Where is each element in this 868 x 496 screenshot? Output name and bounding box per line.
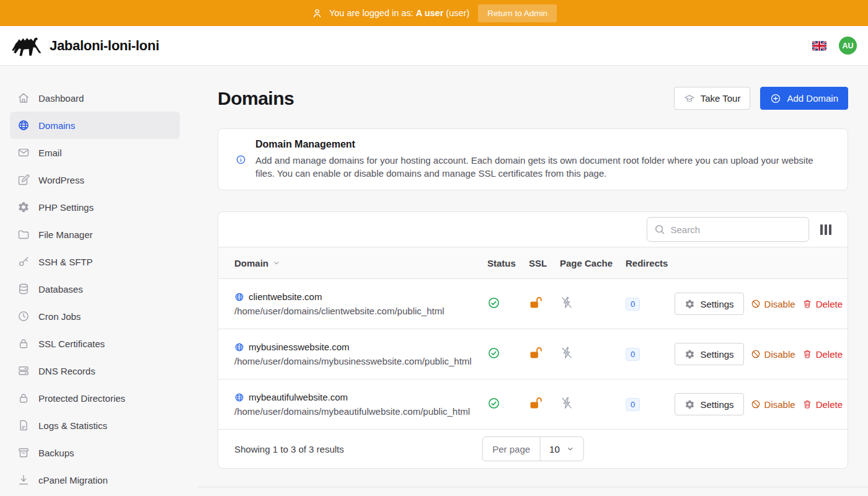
table-row: mybeautifulwebsite.com /home/user/domain… bbox=[218, 379, 848, 430]
sidebar-item-wordpress[interactable]: WordPress bbox=[10, 166, 180, 193]
plus-circle-icon bbox=[770, 93, 781, 104]
globe-icon bbox=[234, 292, 244, 302]
archive-icon bbox=[17, 446, 30, 459]
page-cache-off-icon[interactable] bbox=[560, 346, 574, 360]
sidebar-item-protected-directories[interactable]: Protected Directories bbox=[10, 384, 180, 412]
sidebar-item-cpanel-migration[interactable]: cPanel Migration bbox=[10, 466, 180, 494]
sidebar-item-dashboard[interactable]: Dashboard bbox=[10, 84, 180, 112]
ssl-unlocked-icon[interactable] bbox=[529, 396, 542, 410]
settings-button[interactable]: Settings bbox=[675, 393, 743, 415]
return-to-admin-button[interactable]: Return to Admin bbox=[478, 4, 557, 22]
add-domain-button[interactable]: Add Domain bbox=[760, 87, 848, 110]
delete-button[interactable]: Delete bbox=[802, 399, 843, 410]
table-footer: Showing 1 to 3 of 3 results Per page 10 bbox=[218, 430, 848, 468]
language-flag-icon[interactable] bbox=[812, 41, 826, 51]
column-header-redirects: Redirects bbox=[626, 258, 680, 268]
domain-path: /home/user/domains/mybeautifulwebsite.co… bbox=[234, 406, 487, 417]
app-header: Jabaloni-loni-loni AU bbox=[0, 26, 868, 66]
person-icon bbox=[311, 7, 323, 19]
lock-icon bbox=[17, 392, 30, 404]
clock-icon bbox=[17, 310, 30, 322]
globe-icon bbox=[234, 392, 244, 402]
sort-chevron-icon bbox=[272, 259, 281, 267]
disable-button[interactable]: Disable bbox=[751, 299, 795, 309]
page-title: Domains bbox=[218, 88, 294, 109]
table-header: Domain Status SSL Page Cache Redirects bbox=[218, 247, 848, 279]
domain-cell: mybeautifulwebsite.com /home/user/domain… bbox=[234, 392, 487, 417]
sidebar-item-logs-statistics[interactable]: Logs & Statistics bbox=[10, 412, 180, 439]
pencil-icon bbox=[17, 174, 30, 186]
download-icon bbox=[17, 474, 30, 486]
sidebar-item-dns-records[interactable]: DNS Records bbox=[10, 357, 180, 384]
per-page-value: 10 bbox=[549, 444, 560, 454]
ssl-unlocked-icon[interactable] bbox=[529, 296, 542, 309]
sidebar-item-php-settings[interactable]: PHP Settings bbox=[10, 193, 180, 221]
domain-name[interactable]: mybeautifulwebsite.com bbox=[249, 392, 348, 402]
page-cache-off-icon[interactable] bbox=[560, 396, 574, 410]
trash-icon bbox=[802, 299, 812, 309]
per-page-label: Per page bbox=[482, 437, 541, 461]
avatar[interactable]: AU bbox=[839, 37, 857, 55]
gear-icon bbox=[17, 201, 30, 213]
delete-button[interactable]: Delete bbox=[802, 349, 843, 360]
database-icon bbox=[17, 283, 30, 295]
status-active-icon bbox=[487, 397, 500, 410]
boar-logo-icon bbox=[11, 35, 42, 57]
gear-icon bbox=[684, 299, 695, 309]
sidebar-item-databases[interactable]: Databases bbox=[10, 275, 180, 303]
sidebar-item-email[interactable]: Email bbox=[10, 139, 180, 166]
search-input[interactable] bbox=[647, 217, 809, 242]
settings-button[interactable]: Settings bbox=[675, 343, 743, 365]
page-cache-off-icon[interactable] bbox=[560, 296, 574, 309]
sidebar-item-file-manager[interactable]: File Manager bbox=[10, 221, 180, 248]
table-row: clientwebsite.com /home/user/domains/cli… bbox=[218, 279, 848, 329]
home-icon bbox=[17, 92, 30, 104]
ban-icon bbox=[751, 399, 761, 409]
table-row: mybusinesswebsite.com /home/user/domains… bbox=[218, 329, 848, 379]
trash-icon bbox=[802, 349, 812, 359]
info-card: Domain Management Add and manage domains… bbox=[218, 128, 848, 190]
domain-name[interactable]: mybusinesswebsite.com bbox=[249, 342, 350, 352]
sidebar-item-ssh-sftp[interactable]: SSH & SFTP bbox=[10, 248, 180, 275]
trash-icon bbox=[802, 399, 812, 409]
delete-button[interactable]: Delete bbox=[802, 299, 843, 309]
per-page-select[interactable]: Per page 10 bbox=[482, 436, 584, 461]
column-header-domain[interactable]: Domain bbox=[234, 258, 487, 268]
ssl-unlocked-icon[interactable] bbox=[529, 346, 542, 360]
main-content: Domains Take Tour Add Domain Domain Mana… bbox=[198, 66, 868, 496]
domain-path: /home/user/domains/mybusinesswebsite.com… bbox=[234, 356, 487, 366]
take-tour-button[interactable]: Take Tour bbox=[674, 87, 751, 110]
disable-button[interactable]: Disable bbox=[751, 349, 795, 360]
sidebar-item-cron-jobs[interactable]: Cron Jobs bbox=[10, 303, 180, 330]
search-icon bbox=[653, 223, 666, 236]
redirects-count-badge[interactable]: 0 bbox=[626, 348, 640, 361]
page-bottom-divider bbox=[198, 487, 868, 496]
sidebar-item-ssl-certificates[interactable]: SSL Certificates bbox=[10, 330, 180, 357]
redirects-count-badge[interactable]: 0 bbox=[626, 398, 640, 411]
domains-table-card: Domain Status SSL Page Cache Redirects c… bbox=[218, 211, 848, 469]
status-active-icon bbox=[487, 296, 500, 309]
column-settings-button[interactable] bbox=[818, 222, 835, 237]
redirects-count-badge[interactable]: 0 bbox=[626, 298, 640, 311]
globe-icon bbox=[17, 119, 30, 131]
info-card-title: Domain Management bbox=[255, 139, 830, 150]
status-active-icon bbox=[487, 347, 500, 360]
folder-icon bbox=[17, 228, 30, 241]
column-header-ssl: SSL bbox=[529, 258, 560, 268]
ban-icon bbox=[751, 349, 761, 359]
chevron-down-icon bbox=[566, 445, 575, 453]
gear-icon bbox=[684, 399, 695, 410]
info-icon bbox=[236, 154, 246, 180]
domain-name[interactable]: clientwebsite.com bbox=[249, 291, 322, 302]
sidebar-item-backups[interactable]: Backups bbox=[10, 439, 180, 466]
settings-button[interactable]: Settings bbox=[675, 293, 743, 315]
domain-cell: mybusinesswebsite.com /home/user/domains… bbox=[234, 342, 487, 366]
ban-icon bbox=[751, 299, 761, 309]
column-header-page-cache: Page Cache bbox=[560, 258, 626, 268]
search-box bbox=[647, 217, 809, 242]
graduation-cap-icon bbox=[684, 93, 695, 104]
disable-button[interactable]: Disable bbox=[751, 399, 795, 410]
lock-icon bbox=[17, 337, 30, 350]
results-summary: Showing 1 to 3 of 3 results bbox=[234, 444, 344, 454]
sidebar-item-domains[interactable]: Domains bbox=[10, 112, 180, 139]
